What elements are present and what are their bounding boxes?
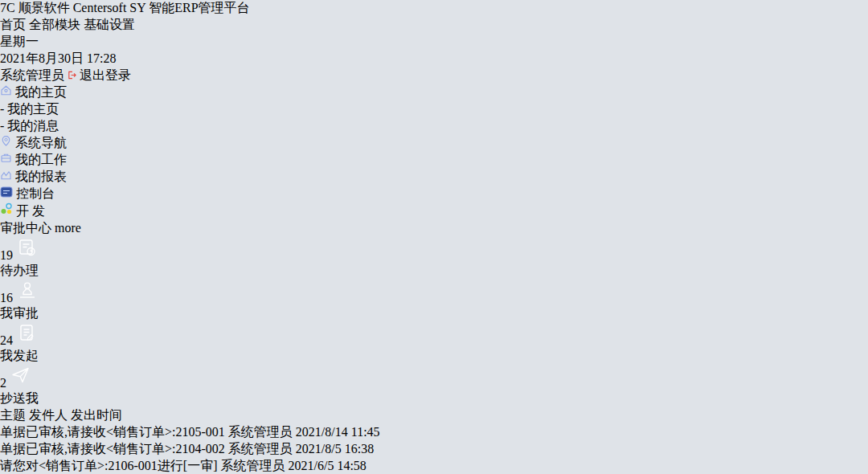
datetime-area: 星期一 2021年8月30日 17:28	[0, 34, 868, 67]
sidebar-footer: 控制台 开 发	[0, 186, 868, 220]
tile-my-approvals[interactable]: 16 我审批	[0, 280, 868, 322]
sidebar-group-system-nav[interactable]: 系统导航	[0, 135, 868, 152]
brand-name: 顺景软件	[18, 1, 70, 14]
chart-icon	[0, 169, 12, 181]
nav-tab-all-modules[interactable]: 全部模块	[29, 18, 80, 31]
approval-table-header: 主题 发件人 发出时间	[0, 407, 868, 424]
tile-todo[interactable]: 19 待办理	[0, 237, 868, 280]
approval-tiles: 19 待办理 16 我审批 24 我发起 2 抄送我	[0, 237, 868, 407]
todo-clock-icon	[16, 237, 39, 259]
approval-center-panel: 审批中心 more 19 待办理 16 我审批 24 我发起	[0, 220, 868, 474]
sidebar-item-my-messages[interactable]: - 我的消息	[0, 118, 868, 135]
user-name: 系统管理员	[0, 68, 64, 82]
sidebar-group-my-home[interactable]: 我的主页	[0, 84, 868, 101]
nav-tab-basic-settings[interactable]: 基础设置	[84, 18, 135, 31]
erp-dashboard: 7C 顺景软件 Centersoft SY 智能ERP管理平台 首页 全部模块 …	[0, 0, 868, 474]
top-bar: 7C 顺景软件 Centersoft SY 智能ERP管理平台 首页 全部模块 …	[0, 0, 868, 84]
briefcase-icon	[0, 152, 12, 164]
initiated-count-badge: 24	[0, 333, 13, 347]
nav-tab-home[interactable]: 首页	[0, 18, 26, 31]
home-icon	[0, 84, 12, 96]
sidebar-group-my-reports[interactable]: 我的报表	[0, 169, 868, 186]
sidebar-item-my-home[interactable]: - 我的主页	[0, 101, 868, 118]
logout-exit-icon	[68, 71, 76, 80]
main-nav: 首页 全部模块 基础设置	[0, 17, 868, 34]
doc-pencil-icon	[16, 322, 39, 345]
product-logo-icon: SY	[129, 1, 145, 14]
tile-initiated-by-me[interactable]: 24 我发起	[0, 322, 868, 365]
console-button[interactable]: 控制台	[0, 186, 868, 202]
clock: 17:28	[87, 51, 116, 65]
app-title: 智能ERP管理平台	[149, 1, 249, 14]
weekday: 星期一	[0, 35, 39, 48]
logout-button[interactable]: 退出登录	[68, 68, 131, 82]
brand-logo-icon: 7C	[0, 1, 15, 14]
brand-area: 7C 顺景软件 Centersoft SY 智能ERP管理平台	[0, 0, 868, 17]
date: 2021年8月30日	[0, 51, 84, 65]
dev-dots-icon	[0, 202, 13, 215]
paper-plane-icon	[10, 365, 32, 387]
approval-center-title: 审批中心	[0, 221, 51, 235]
map-pin-icon	[0, 135, 12, 147]
user-area: 系统管理员 退出登录	[0, 67, 868, 84]
console-icon	[0, 186, 13, 198]
dev-button[interactable]: 开 发	[0, 202, 868, 220]
approval-row[interactable]: 请您对<销售订单>:2106-001进行[一审] 系统管理员 2021/6/5 …	[0, 458, 868, 474]
approval-more-link[interactable]: more	[55, 221, 81, 235]
todo-count-badge: 19	[0, 248, 13, 262]
tile-cc-to-me[interactable]: 2 抄送我	[0, 365, 868, 407]
approval-table: 主题 发件人 发出时间 单据已审核,请接收<销售订单>:2105-001 系统管…	[0, 407, 868, 474]
stamp-icon	[16, 280, 39, 302]
sidebar: 我的主页 - 我的主页 - 我的消息 系统导航 我的工作 我的报表 控制台	[0, 84, 868, 220]
sidebar-group-my-work[interactable]: 我的工作	[0, 152, 868, 169]
approvals-count-badge: 16	[0, 291, 13, 304]
brand-name-en: Centersoft	[73, 1, 127, 14]
cc-count-badge: 2	[0, 376, 6, 390]
approval-row[interactable]: 单据已审核,请接收<销售订单>:2104-002 系统管理员 2021/8/5 …	[0, 441, 868, 458]
approval-row[interactable]: 单据已审核,请接收<销售订单>:2105-001 系统管理员 2021/8/14…	[0, 424, 868, 441]
